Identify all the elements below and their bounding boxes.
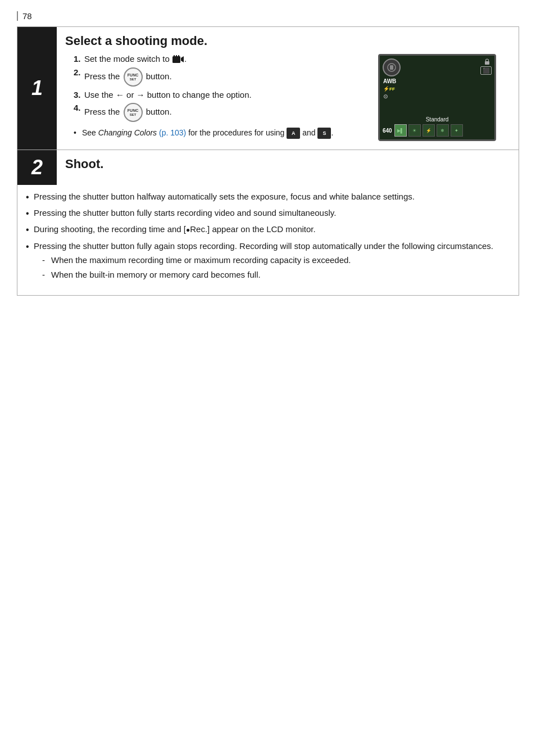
camera-lcd: ⬛ AWB ⚡FF ⊙ Standard 64 — [378, 54, 496, 141]
lcd-mode-3: ⚡ — [423, 124, 435, 137]
step-2-title: Shoot. — [65, 157, 510, 171]
step-1-section: 1 Select a shooting mode. 1. Set the mod… — [17, 26, 519, 150]
func-set-button-2: FUNC SET — [124, 103, 143, 122]
lcd-bottom-row: 640 ▶▌ ☀ ⚡ ❄ ✦ — [383, 124, 492, 137]
bullet-4-text: Pressing the shutter button fully again … — [34, 240, 493, 283]
sub-bullet-1-dash: - — [42, 254, 48, 266]
bullet-4-dot: • — [26, 240, 30, 253]
bullet-3: • During shooting, the recording time an… — [26, 223, 510, 236]
lock-icon — [483, 58, 492, 65]
lcd-circle-icon — [383, 58, 401, 76]
color-S-icon: S — [317, 128, 331, 139]
lcd-mode-4: ❄ — [437, 124, 449, 137]
instruction-4-num: 4. — [74, 103, 82, 112]
lcd-mode-5: ✦ — [451, 124, 463, 137]
sub-bullet-list: - When the maximum recording time or max… — [42, 254, 493, 281]
instruction-1-num: 1. — [74, 54, 82, 64]
instruction-3: 3. Use the ← or → button to change the o… — [74, 90, 367, 99]
video-camera-icon — [172, 55, 184, 64]
svg-rect-6 — [390, 65, 393, 70]
instruction-4-text: Press the FUNC SET button. — [84, 103, 172, 122]
instruction-2: 2. Press the FUNC SET button. — [74, 67, 367, 87]
lcd-top-right: ⬛ — [480, 58, 492, 75]
bullet-1: • Pressing the shutter button halfway au… — [26, 191, 510, 203]
lcd-circle-svg — [387, 62, 397, 73]
lcd-left-icons: AWB ⚡FF ⊙ — [383, 78, 396, 99]
step-1-number: 1 — [17, 27, 57, 150]
instruction-4: 4. Press the FUNC SET button. — [74, 103, 367, 122]
lcd-battery: ⬛ — [480, 66, 492, 75]
bullet-2-text: Pressing the shutter button fully starts… — [34, 207, 336, 219]
bullet-2: • Pressing the shutter button fully star… — [26, 207, 510, 220]
step-1-content: 1. Set the mode switch to — [65, 54, 510, 150]
color-A-icon: A — [287, 128, 300, 139]
note-block: • See Changing Colors (p. 103) for the p… — [74, 128, 367, 139]
bullet-3-dot: • — [26, 223, 30, 236]
lcd-mode-1: ▶▌ — [394, 124, 407, 137]
lcd-awb-icon: AWB — [383, 78, 396, 84]
step-1-instructions: 1. Set the mode switch to — [74, 54, 367, 141]
lcd-flash-icon: ⚡FF — [383, 86, 396, 92]
step-1-title: Select a shooting mode. — [65, 34, 510, 48]
bullet-3-text: During shooting, the recording time and … — [34, 223, 316, 236]
lcd-iso: 640 — [383, 128, 392, 134]
svg-rect-7 — [485, 61, 489, 65]
step-2-number: 2 — [17, 150, 57, 185]
step-1-header: 1 Select a shooting mode. 1. Set the mod… — [17, 27, 519, 150]
lcd-mode-icons: ▶▌ ☀ ⚡ ❄ ✦ — [394, 124, 463, 137]
lcd-center-label: Standard — [426, 116, 449, 123]
instruction-1: 1. Set the mode switch to — [74, 54, 367, 64]
lcd-mode-2: ☀ — [408, 124, 421, 137]
bullet-1-dot: • — [26, 191, 30, 203]
instruction-list: 1. Set the mode switch to — [74, 54, 367, 122]
bullet-2-dot: • — [26, 207, 30, 220]
svg-rect-2 — [174, 55, 175, 57]
sub-bullet-2: - When the built-in memory or memory car… — [42, 269, 493, 281]
note-text: See Changing Colors (p. 103) for the pro… — [82, 128, 333, 139]
sub-bullet-1: - When the maximum recording time or max… — [42, 254, 493, 266]
video-mode-icon — [172, 55, 184, 64]
step-1-title-block: Select a shooting mode. 1. Set the mode … — [57, 27, 519, 150]
page-number: 78 — [17, 11, 519, 21]
svg-marker-1 — [181, 56, 184, 62]
lcd-star-icon: ⊙ — [383, 93, 396, 99]
step-2-bullet-list: • Pressing the shutter button halfway au… — [26, 191, 510, 283]
svg-rect-4 — [178, 55, 179, 57]
step-2-section: 2 Shoot. • Pressing the shutter button h… — [17, 150, 519, 296]
lcd-top-row: ⬛ — [383, 58, 492, 76]
func-set-button-1: FUNC SET — [124, 67, 143, 87]
step-2-header: 2 Shoot. — [17, 150, 519, 185]
bullet-4: • Pressing the shutter button fully agai… — [26, 240, 510, 283]
instruction-3-text: Use the ← or → button to change the opti… — [84, 90, 252, 99]
instruction-2-text: Press the FUNC SET button. — [84, 67, 172, 87]
bullet-1-text: Pressing the shutter button halfway auto… — [34, 191, 415, 203]
step-1-image: ⬛ AWB ⚡FF ⊙ Standard 64 — [378, 54, 502, 141]
instruction-2-num: 2. — [74, 67, 82, 77]
instruction-3-num: 3. — [74, 90, 82, 99]
note-item: • See Changing Colors (p. 103) for the p… — [74, 128, 367, 139]
step-2-content: • Pressing the shutter button halfway au… — [17, 185, 519, 295]
svg-rect-3 — [176, 55, 177, 57]
sub-bullet-2-text: When the built-in memory or memory card … — [51, 269, 261, 281]
instruction-1-text: Set the mode switch to — [84, 54, 187, 64]
step-2-title-block: Shoot. — [57, 150, 519, 185]
sub-bullet-1-text: When the maximum recording time or maxim… — [51, 254, 351, 266]
note-link[interactable]: (p. 103) — [159, 128, 186, 137]
sub-bullet-2-dash: - — [42, 269, 48, 281]
